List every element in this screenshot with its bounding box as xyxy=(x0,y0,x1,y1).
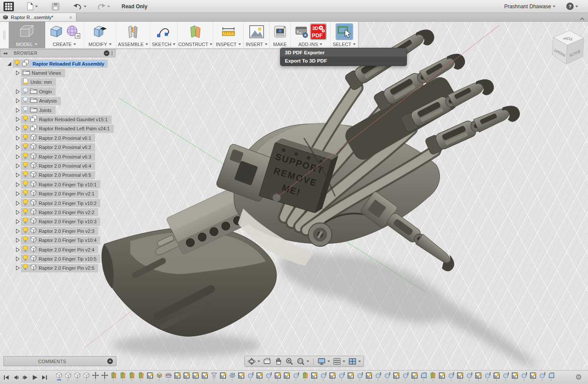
ribbon-tab-make[interactable]: MAKE xyxy=(270,22,291,48)
tree-row-10[interactable]: Raptor 2.0 Proximal v6:3 xyxy=(0,152,116,161)
ribbon-tab-inspect[interactable]: INSPECT xyxy=(213,22,244,48)
timeline-feature-fillet-55[interactable] xyxy=(547,372,556,381)
3d-pdf-icon[interactable]: 3DPDF xyxy=(311,24,326,40)
bulb-on-icon[interactable] xyxy=(23,143,28,152)
collapse-panel-icon[interactable]: ◀◀ xyxy=(3,52,7,55)
tree-row-3[interactable]: Origin xyxy=(0,87,116,96)
timeline-feature-extrude-48[interactable] xyxy=(483,372,492,381)
bulb-on-icon[interactable] xyxy=(23,236,28,245)
bulb-on-icon[interactable] xyxy=(23,124,28,133)
fit-zoom-icon[interactable] xyxy=(297,358,309,365)
timeline-feature-extrude-44[interactable] xyxy=(446,372,456,381)
press-pull-icon[interactable] xyxy=(92,24,108,39)
expander-closed-icon[interactable] xyxy=(13,219,21,224)
view-cube[interactable]: TOP RIGHT BACK xyxy=(545,24,587,72)
bulb-off-icon[interactable] xyxy=(23,106,28,115)
bulb-on-icon[interactable] xyxy=(23,255,28,263)
create-form-sphere-icon[interactable] xyxy=(65,24,81,39)
timeline-feature-plane-28[interactable] xyxy=(301,372,310,381)
timeline-feature-sketch-23[interactable] xyxy=(255,372,264,381)
timeline-feature-sketch-51[interactable] xyxy=(510,372,519,381)
undo-button[interactable] xyxy=(72,2,88,10)
remove-panel-icon[interactable]: − xyxy=(104,50,109,56)
expander-closed-icon[interactable] xyxy=(13,182,21,187)
expander-closed-icon[interactable] xyxy=(13,265,21,271)
expander-closed-icon[interactable] xyxy=(13,201,21,206)
bulb-on-icon[interactable] xyxy=(23,115,28,124)
timeline-feature-extrude-24[interactable] xyxy=(264,372,273,381)
timeline-feature-extrude-36[interactable] xyxy=(373,372,383,381)
step-back-icon[interactable] xyxy=(13,375,19,380)
expander-closed-icon[interactable] xyxy=(13,210,21,215)
bulb-off-icon[interactable] xyxy=(23,87,28,96)
timeline-feature-body-3[interactable] xyxy=(73,372,82,381)
tab-close-icon[interactable]: × xyxy=(68,15,73,20)
timeline-feature-extrude-32[interactable] xyxy=(337,372,346,381)
timeline-feature-sketch-31[interactable] xyxy=(328,372,337,381)
timeline-feature-sketch-43[interactable] xyxy=(437,372,446,381)
expander-closed-icon[interactable] xyxy=(13,136,21,141)
bulb-on-icon[interactable] xyxy=(23,245,28,254)
expander-closed-icon[interactable] xyxy=(13,172,21,178)
bulb-off-icon[interactable] xyxy=(23,96,28,105)
timeline-feature-extrude-54[interactable] xyxy=(538,372,547,381)
model-workspace-icon[interactable] xyxy=(17,23,36,40)
play-icon[interactable] xyxy=(32,375,38,380)
go-to-end-icon[interactable] xyxy=(42,375,47,380)
timeline-feature-sketch-14[interactable] xyxy=(173,372,182,381)
timeline-feature-body-2[interactable] xyxy=(63,372,73,381)
3d-viewport[interactable]: SUPPORT REMOVE ME! xyxy=(0,22,588,370)
expander-closed-icon[interactable] xyxy=(13,98,21,103)
ribbon-tab-select[interactable]: SELECT xyxy=(330,22,358,48)
tree-row-11[interactable]: Raptor 2.0 Proximal v6:4 xyxy=(0,161,116,170)
timeline-feature-sketch-17[interactable] xyxy=(200,372,209,381)
expander-closed-icon[interactable] xyxy=(13,247,21,252)
bulb-on-icon[interactable] xyxy=(23,199,28,208)
timeline-feature-fillet-41[interactable] xyxy=(419,372,428,381)
timeline-feature-plane-42[interactable] xyxy=(428,372,437,381)
expander-closed-icon[interactable] xyxy=(13,117,21,122)
timeline-feature-sketch-35[interactable] xyxy=(364,372,373,381)
expander-closed-icon[interactable] xyxy=(13,238,21,243)
tree-row-17[interactable]: Raptor 2.0 Finger Tip v10:3 xyxy=(0,217,116,226)
bulb-on-icon[interactable] xyxy=(23,189,28,198)
tree-row-13[interactable]: Raptor 2.0 Finger Tip v10:1 xyxy=(0,180,116,189)
timeline-feature-body-1[interactable] xyxy=(54,372,63,381)
ribbon-tab-create[interactable]: CREATE xyxy=(45,22,84,48)
bulb-on-icon[interactable] xyxy=(23,180,28,189)
timeline-feature-sketch-21[interactable] xyxy=(237,372,246,381)
sketch-spline-icon[interactable] xyxy=(156,25,172,39)
timeline-feature-split-13[interactable] xyxy=(164,372,173,381)
timeline-feature-extrude-27[interactable] xyxy=(291,372,301,381)
ribbon-tab-assemble[interactable]: ASSEMBLE xyxy=(116,22,150,48)
tree-row-9[interactable]: Raptor 2.0 Proximal v6:2 xyxy=(0,143,116,152)
timeline-feature-plane-7[interactable] xyxy=(109,372,118,381)
expander-closed-icon[interactable] xyxy=(13,154,21,159)
step-forward-icon[interactable] xyxy=(23,375,28,380)
tree-row-8[interactable]: Raptor 2.0 Proximal v6:1 xyxy=(0,133,116,142)
tree-row-15[interactable]: Raptor 2.0 Finger Tip v10:2 xyxy=(0,199,116,208)
go-to-start-icon[interactable] xyxy=(3,375,9,380)
tree-row-7[interactable]: Raptor Reloaded Left Palm v24:1 xyxy=(0,124,116,133)
ribbon-tab-modify[interactable]: MODIFY xyxy=(84,22,116,48)
3d-print-icon[interactable] xyxy=(272,24,288,39)
timeline-feature-box-12[interactable] xyxy=(155,372,164,381)
help-menu[interactable]: ? xyxy=(565,2,579,11)
measure-icon[interactable] xyxy=(220,25,237,39)
tree-row-22[interactable]: Raptor 2.0 Finger Pin v2:5 xyxy=(0,264,116,273)
timeline-feature-plane-8[interactable] xyxy=(118,372,127,381)
timeline-feature-sketch-26[interactable] xyxy=(282,372,291,381)
timeline-feature-sketch-16[interactable] xyxy=(191,372,200,381)
grid-settings-icon[interactable] xyxy=(333,358,345,365)
timeline-feature-extrude-39[interactable] xyxy=(401,372,410,381)
expander-closed-icon[interactable] xyxy=(13,70,21,76)
ribbon-tab-insert[interactable]: INSERT xyxy=(244,22,270,48)
comments-bar[interactable]: COMMENTS + xyxy=(3,356,116,366)
browser-header[interactable]: ◀◀ BROWSER − xyxy=(0,49,116,57)
document-tab[interactable]: Raptor R...ssembly* × xyxy=(0,13,76,21)
expander-closed-icon[interactable] xyxy=(13,256,21,262)
ribbon-tab-add-ins[interactable]: 3DPDFADD-INS xyxy=(291,22,330,48)
pan-icon[interactable] xyxy=(274,358,282,365)
tree-row-16[interactable]: Raptor 2.0 Finger Pin v2:2 xyxy=(0,208,116,217)
bulb-on-icon[interactable] xyxy=(14,60,20,68)
